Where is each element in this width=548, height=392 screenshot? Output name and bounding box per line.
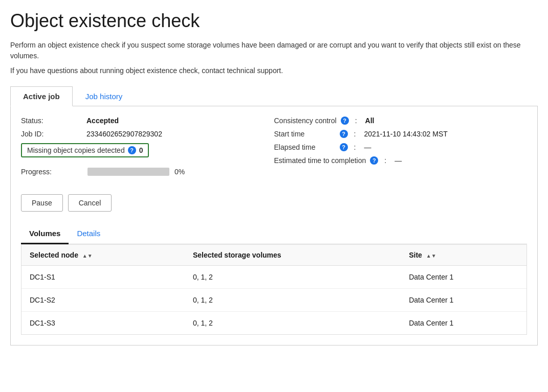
description2: If you have questions about running obje… [10,65,538,76]
cell-site: Data Center 1 [401,266,527,289]
job-id-label: Job ID: [21,130,82,138]
estimated-time-help-icon[interactable]: ? [370,156,378,165]
cell-volumes: 0, 1, 2 [185,266,401,289]
missing-copies-box: Missing object copies detected ? 0 [21,143,149,157]
main-tabs: Active job Job history [10,86,538,106]
sort-site-icon[interactable]: ▲▼ [426,253,436,259]
volumes-table-wrapper[interactable]: Selected node ▲▼ Selected storage volume… [21,244,527,335]
elapsed-time-help-icon[interactable]: ? [340,143,348,151]
start-time-label: Start time [274,130,336,138]
col-selected-storage-volumes: Selected storage volumes [185,245,401,266]
volumes-table: Selected node ▲▼ Selected storage volume… [21,245,527,334]
job-info-grid: Status: Accepted Job ID: 233460265290782… [21,117,527,186]
cell-site: Data Center 1 [401,312,527,335]
action-buttons: Pause Cancel [21,194,527,212]
cell-volumes: 0, 1, 2 [185,289,401,312]
missing-copies-row: Missing object copies detected ? 0 [21,143,274,163]
table-row: DC1-S1 0, 1, 2 Data Center 1 [21,266,527,289]
cell-node: DC1-S3 [21,312,185,335]
pause-button[interactable]: Pause [21,194,63,212]
progress-row: Progress: 0% [21,168,274,176]
start-time-value: 2021-11-10 14:43:02 MST [364,130,447,138]
cancel-button[interactable]: Cancel [68,194,112,212]
start-time-help-icon[interactable]: ? [340,130,348,138]
estimated-time-value: — [394,156,402,165]
sort-node-icon[interactable]: ▲▼ [82,253,93,259]
status-label: Status: [21,117,82,125]
elapsed-time-value: — [364,143,371,151]
missing-copies-label: Missing object copies detected [27,146,125,154]
table-row: DC1-S2 0, 1, 2 Data Center 1 [21,289,527,312]
cell-node: DC1-S2 [21,289,185,312]
description1: Perform an object existence check if you… [10,40,538,61]
status-row: Status: Accepted [21,117,274,125]
estimated-time-label: Estimated time to completion [274,156,366,165]
tab-active-job[interactable]: Active job [10,86,73,106]
table-header-row: Selected node ▲▼ Selected storage volume… [21,245,527,266]
consistency-help-icon[interactable]: ? [341,117,349,125]
missing-copies-value: 0 [139,146,143,154]
table-row: DC1-S3 0, 1, 2 Data Center 1 [21,312,527,335]
sub-tab-volumes[interactable]: Volumes [21,224,69,244]
col-selected-node[interactable]: Selected node ▲▼ [21,245,185,266]
elapsed-time-label: Elapsed time [274,143,336,151]
sub-tab-details[interactable]: Details [69,224,108,244]
progress-bar-container [87,168,169,176]
job-info-right: Consistency control ? : All Start time ?… [274,117,528,186]
status-value: Accepted [86,117,119,125]
tab-content-active-job: Status: Accepted Job ID: 233460265290782… [10,106,538,345]
cell-volumes: 0, 1, 2 [185,312,401,335]
elapsed-time-row: Elapsed time ? : — [274,143,528,151]
start-time-row: Start time ? : 2021-11-10 14:43:02 MST [274,130,528,138]
job-info-left: Status: Accepted Job ID: 233460265290782… [21,117,274,186]
consistency-row: Consistency control ? : All [274,117,528,125]
job-id-row: Job ID: 2334602652907829302 [21,130,274,138]
col-site[interactable]: Site ▲▼ [401,245,527,266]
consistency-value: All [365,117,375,125]
job-id-value: 2334602652907829302 [86,130,162,138]
sub-tabs: Volumes Details [21,224,527,244]
missing-copies-help-icon[interactable]: ? [128,146,136,154]
page-title: Object existence check [10,10,538,32]
estimated-time-row: Estimated time to completion ? : — [274,156,528,165]
page-container: Object existence check Perform an object… [0,0,548,356]
cell-node: DC1-S1 [21,266,185,289]
progress-label: Progress: [21,168,82,176]
consistency-label: Consistency control [274,117,337,125]
tab-job-history[interactable]: Job history [73,86,136,106]
progress-pct: 0% [174,168,185,176]
cell-site: Data Center 1 [401,289,527,312]
